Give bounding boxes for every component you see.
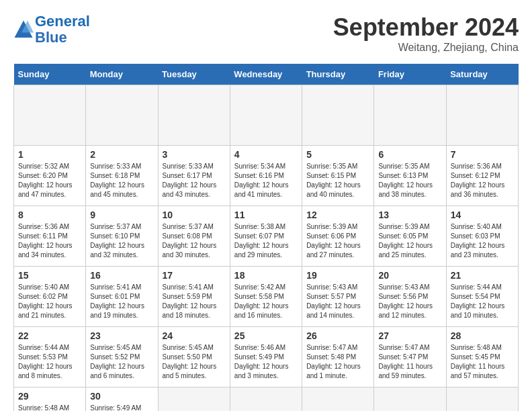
calendar-cell [302, 85, 374, 146]
day-number: 16 [90, 270, 153, 281]
day-info: Sunrise: 5:37 AM Sunset: 6:10 PM Dayligh… [90, 222, 153, 260]
day-number: 15 [18, 270, 81, 281]
day-number: 10 [163, 210, 226, 220]
day-number: 5 [306, 149, 369, 160]
day-info: Sunrise: 5:44 AM Sunset: 5:54 PM Dayligh… [451, 283, 514, 320]
day-info: Sunrise: 5:47 AM Sunset: 5:47 PM Dayligh… [378, 343, 441, 381]
day-number: 29 [18, 391, 81, 402]
col-header-friday: Friday [374, 64, 446, 85]
day-info: Sunrise: 5:44 AM Sunset: 5:53 PM Dayligh… [18, 343, 81, 381]
header-row: SundayMondayTuesdayWednesdayThursdayFrid… [14, 64, 519, 85]
day-info: Sunrise: 5:32 AM Sunset: 6:20 PM Dayligh… [18, 162, 81, 199]
day-info: Sunrise: 5:39 AM Sunset: 6:06 PM Dayligh… [306, 222, 369, 260]
day-number: 6 [378, 149, 441, 160]
day-info: Sunrise: 5:43 AM Sunset: 5:57 PM Dayligh… [306, 283, 369, 320]
day-info: Sunrise: 5:43 AM Sunset: 5:56 PM Dayligh… [378, 283, 441, 320]
day-number: 11 [234, 210, 298, 220]
day-info: Sunrise: 5:36 AM Sunset: 6:12 PM Dayligh… [451, 162, 514, 199]
calendar-cell: 29Sunrise: 5:48 AM Sunset: 5:44 PM Dayli… [14, 387, 86, 412]
calendar-cell: 12Sunrise: 5:39 AM Sunset: 6:06 PM Dayli… [302, 206, 374, 267]
day-info: Sunrise: 5:41 AM Sunset: 5:59 PM Dayligh… [163, 283, 226, 320]
calendar-cell [374, 85, 446, 146]
calendar-cell: 22Sunrise: 5:44 AM Sunset: 5:53 PM Dayli… [14, 327, 86, 387]
day-info: Sunrise: 5:35 AM Sunset: 6:13 PM Dayligh… [378, 162, 441, 199]
calendar-cell: 15Sunrise: 5:40 AM Sunset: 6:02 PM Dayli… [14, 267, 86, 327]
col-header-sunday: Sunday [14, 64, 86, 85]
col-header-saturday: Saturday [446, 64, 518, 85]
day-number: 13 [378, 210, 441, 220]
day-number: 22 [18, 330, 81, 341]
calendar-cell [158, 387, 230, 412]
day-info: Sunrise: 5:37 AM Sunset: 6:08 PM Dayligh… [163, 222, 226, 260]
calendar-cell: 21Sunrise: 5:44 AM Sunset: 5:54 PM Dayli… [446, 267, 518, 327]
calendar-cell: 18Sunrise: 5:42 AM Sunset: 5:58 PM Dayli… [230, 267, 302, 327]
day-info: Sunrise: 5:41 AM Sunset: 6:01 PM Dayligh… [90, 283, 153, 320]
calendar-cell: 11Sunrise: 5:38 AM Sunset: 6:07 PM Dayli… [230, 206, 302, 267]
calendar-cell: 4Sunrise: 5:34 AM Sunset: 6:16 PM Daylig… [230, 146, 302, 206]
day-number: 24 [163, 330, 226, 341]
calendar-cell: 20Sunrise: 5:43 AM Sunset: 5:56 PM Dayli… [374, 267, 446, 327]
week-row-1: 1Sunrise: 5:32 AM Sunset: 6:20 PM Daylig… [14, 146, 519, 206]
calendar-cell: 3Sunrise: 5:33 AM Sunset: 6:17 PM Daylig… [158, 146, 230, 206]
calendar-cell: 26Sunrise: 5:47 AM Sunset: 5:48 PM Dayli… [302, 327, 374, 387]
day-number: 7 [451, 149, 514, 160]
day-info: Sunrise: 5:35 AM Sunset: 6:15 PM Dayligh… [306, 162, 369, 199]
calendar-cell: 9Sunrise: 5:37 AM Sunset: 6:10 PM Daylig… [86, 206, 158, 267]
day-number: 25 [234, 330, 298, 341]
location: Weitang, Zhejiang, China [333, 42, 519, 54]
day-info: Sunrise: 5:33 AM Sunset: 6:17 PM Dayligh… [163, 162, 226, 199]
day-info: Sunrise: 5:38 AM Sunset: 6:07 PM Dayligh… [234, 222, 298, 260]
col-header-wednesday: Wednesday [230, 64, 302, 85]
calendar-cell [446, 85, 518, 146]
day-info: Sunrise: 5:46 AM Sunset: 5:49 PM Dayligh… [234, 343, 298, 381]
day-info: Sunrise: 5:40 AM Sunset: 6:03 PM Dayligh… [451, 222, 514, 260]
col-header-monday: Monday [86, 64, 158, 85]
calendar-cell: 2Sunrise: 5:33 AM Sunset: 6:18 PM Daylig… [86, 146, 158, 206]
col-header-tuesday: Tuesday [158, 64, 230, 85]
day-info: Sunrise: 5:36 AM Sunset: 6:11 PM Dayligh… [18, 222, 81, 260]
logo-icon [13, 19, 34, 40]
day-info: Sunrise: 5:45 AM Sunset: 5:52 PM Dayligh… [90, 343, 153, 381]
day-number: 14 [451, 210, 514, 220]
calendar-cell: 14Sunrise: 5:40 AM Sunset: 6:03 PM Dayli… [446, 206, 518, 267]
logo-line1: General [35, 13, 90, 30]
day-number: 30 [90, 391, 153, 402]
calendar-cell: 5Sunrise: 5:35 AM Sunset: 6:15 PM Daylig… [302, 146, 374, 206]
calendar-cell: 17Sunrise: 5:41 AM Sunset: 5:59 PM Dayli… [158, 267, 230, 327]
col-header-thursday: Thursday [302, 64, 374, 85]
day-info: Sunrise: 5:34 AM Sunset: 6:16 PM Dayligh… [234, 162, 298, 199]
calendar-cell [86, 85, 158, 146]
calendar-cell: 23Sunrise: 5:45 AM Sunset: 5:52 PM Dayli… [86, 327, 158, 387]
day-number: 9 [90, 210, 153, 220]
day-info: Sunrise: 5:33 AM Sunset: 6:18 PM Dayligh… [90, 162, 153, 199]
day-number: 28 [451, 330, 514, 341]
calendar-cell [158, 85, 230, 146]
calendar-cell: 6Sunrise: 5:35 AM Sunset: 6:13 PM Daylig… [374, 146, 446, 206]
calendar-cell: 8Sunrise: 5:36 AM Sunset: 6:11 PM Daylig… [14, 206, 86, 267]
calendar-cell: 30Sunrise: 5:49 AM Sunset: 5:43 PM Dayli… [86, 387, 158, 412]
calendar-cell [14, 85, 86, 146]
day-number: 1 [18, 149, 81, 160]
day-info: Sunrise: 5:47 AM Sunset: 5:48 PM Dayligh… [306, 343, 369, 381]
day-info: Sunrise: 5:42 AM Sunset: 5:58 PM Dayligh… [234, 283, 298, 320]
day-number: 21 [451, 270, 514, 281]
calendar-cell [230, 85, 302, 146]
calendar-cell: 10Sunrise: 5:37 AM Sunset: 6:08 PM Dayli… [158, 206, 230, 267]
week-row-4: 22Sunrise: 5:44 AM Sunset: 5:53 PM Dayli… [14, 327, 519, 387]
day-number: 8 [18, 210, 81, 220]
day-number: 12 [306, 210, 369, 220]
logo-text: General Blue [35, 13, 90, 46]
calendar-cell: 16Sunrise: 5:41 AM Sunset: 6:01 PM Dayli… [86, 267, 158, 327]
calendar-cell: 7Sunrise: 5:36 AM Sunset: 6:12 PM Daylig… [446, 146, 518, 206]
title-block: September 2024 Weitang, Zhejiang, China [333, 13, 519, 54]
calendar-cell: 19Sunrise: 5:43 AM Sunset: 5:57 PM Dayli… [302, 267, 374, 327]
page-header: General Blue September 2024 Weitang, Zhe… [13, 13, 519, 54]
day-info: Sunrise: 5:45 AM Sunset: 5:50 PM Dayligh… [163, 343, 226, 381]
day-number: 19 [306, 270, 369, 281]
week-row-5: 29Sunrise: 5:48 AM Sunset: 5:44 PM Dayli… [14, 387, 519, 412]
calendar-cell: 24Sunrise: 5:45 AM Sunset: 5:50 PM Dayli… [158, 327, 230, 387]
day-number: 23 [90, 330, 153, 341]
day-info: Sunrise: 5:49 AM Sunset: 5:43 PM Dayligh… [90, 404, 153, 411]
day-number: 4 [234, 149, 298, 160]
logo-line2: Blue [35, 29, 67, 46]
